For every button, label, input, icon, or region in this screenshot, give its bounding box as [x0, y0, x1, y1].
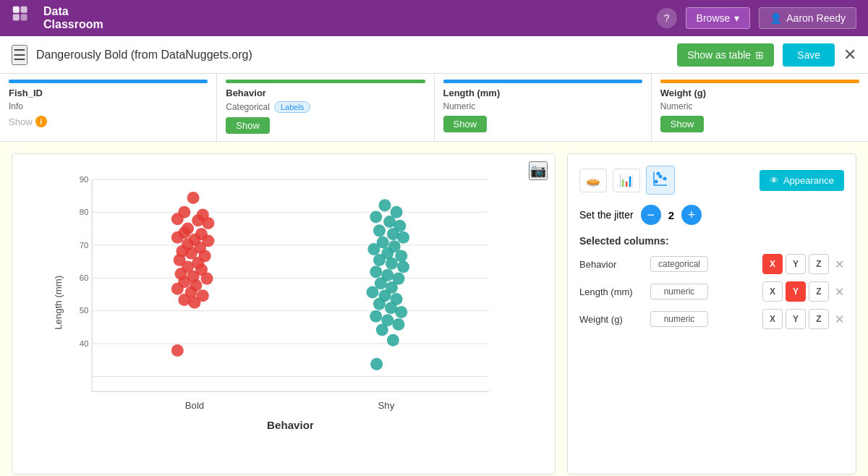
save-button[interactable]: Save [783, 43, 835, 67]
document-toolbar: ☰ Dangerously Bold (from DataNuggets.org… [0, 36, 868, 74]
svg-point-54 [379, 199, 391, 211]
jitter-decrease-button[interactable]: − [641, 205, 661, 225]
column-length: Length (mm) Numeric Show [435, 74, 652, 141]
jitter-value: 2 [668, 209, 674, 221]
svg-point-52 [188, 297, 200, 309]
svg-point-89 [663, 177, 667, 181]
svg-text:Shy: Shy [378, 400, 395, 411]
selected-col-weight-name: Weight (g) [579, 314, 644, 325]
svg-text:40: 40 [80, 339, 89, 348]
y-button-length[interactable]: Y [786, 281, 806, 302]
jitter-increase-button[interactable]: + [681, 205, 702, 225]
svg-point-68 [386, 258, 398, 270]
labels-badge: Labels [274, 101, 310, 113]
svg-point-84 [376, 324, 388, 336]
svg-point-45 [201, 273, 213, 285]
weight-show-button[interactable]: Show [660, 116, 705, 132]
z-button-behavior[interactable]: Z [809, 254, 829, 274]
chevron-down-icon: ▾ [734, 12, 739, 24]
user-icon: 👤 [770, 12, 782, 24]
svg-point-81 [370, 310, 382, 323]
col-name-fish-id: Fish_ID [9, 88, 208, 98]
svg-text:90: 90 [80, 175, 89, 184]
svg-point-70 [370, 265, 382, 278]
user-menu-button[interactable]: 👤 Aaron Reedy [759, 7, 856, 29]
show-as-table-button[interactable]: Show as table ⊞ [677, 43, 774, 67]
col-name-length: Length (mm) [443, 88, 642, 98]
svg-text:50: 50 [80, 306, 89, 315]
svg-point-53 [171, 344, 184, 357]
column-weight: Weight (g) Numeric Show [652, 74, 868, 141]
app-name-line1: Data [43, 5, 103, 18]
top-navigation: Data Classroom ? Browse ▾ 👤 Aaron Reedy [0, 0, 868, 36]
svg-point-67 [373, 254, 386, 266]
scatter-icon [652, 171, 668, 187]
scatter-chart-button[interactable] [646, 166, 675, 195]
behavior-show-button[interactable]: Show [226, 117, 270, 134]
x-button-behavior[interactable]: X [762, 254, 783, 274]
col-name-weight: Weight (g) [660, 88, 859, 98]
appearance-button[interactable]: 👁 Appearance [760, 170, 844, 191]
eye-icon: 👁 [770, 175, 779, 186]
z-button-length[interactable]: Z [809, 281, 829, 302]
col-show-disabled: Show i [9, 116, 208, 127]
svg-text:80: 80 [80, 208, 89, 216]
bar-chart-button[interactable]: 📊 [613, 169, 640, 192]
remove-behavior-button[interactable]: ✕ [835, 258, 844, 271]
svg-point-78 [373, 298, 386, 310]
column-behavior: Behavior Categorical Labels Show [217, 74, 434, 141]
svg-point-80 [395, 306, 407, 318]
svg-point-86 [370, 358, 383, 370]
selected-col-weight-type: numeric [650, 311, 708, 327]
y-button-weight[interactable]: Y [786, 309, 806, 329]
x-button-weight[interactable]: X [762, 309, 783, 329]
browse-button[interactable]: Browse ▾ [686, 7, 751, 29]
xyz-buttons-weight: X Y Z [762, 309, 829, 329]
svg-point-27 [202, 217, 214, 229]
svg-point-61 [397, 231, 409, 244]
scatter-chart: Length (mm) 90 80 70 60 50 40 Bold Shy [24, 166, 543, 433]
selected-columns-label: Selected columns: [579, 235, 844, 247]
camera-button[interactable]: 📷 [529, 161, 548, 180]
selected-col-length-name: Length (mm) [579, 286, 644, 297]
svg-point-69 [397, 261, 409, 273]
length-show-button[interactable]: Show [443, 116, 488, 132]
svg-text:Bold: Bold [185, 400, 205, 411]
svg-rect-2 [13, 14, 20, 21]
svg-point-83 [392, 318, 404, 331]
col-type-fish-id: Info [9, 101, 208, 111]
selected-col-behavior-name: Behavior [579, 259, 644, 270]
svg-point-87 [655, 180, 658, 184]
close-button[interactable]: ✕ [843, 46, 856, 64]
svg-point-64 [367, 243, 380, 255]
svg-point-56 [370, 211, 382, 223]
menu-button[interactable]: ☰ [12, 45, 27, 65]
selected-col-weight: Weight (g) numeric X Y Z ✕ [579, 309, 844, 329]
selected-col-behavior: Behavior categorical X Y Z ✕ [579, 254, 844, 274]
pie-chart-button[interactable]: 🥧 [579, 169, 607, 192]
y-button-behavior[interactable]: Y [786, 254, 806, 274]
svg-text:60: 60 [80, 273, 89, 282]
x-button-length[interactable]: X [762, 281, 783, 302]
selected-col-behavior-type: categorical [650, 256, 708, 272]
svg-point-88 [659, 175, 663, 179]
z-button-weight[interactable]: Z [809, 309, 829, 329]
svg-text:Behavior: Behavior [267, 419, 314, 431]
set-jitter-label: Set the jitter [579, 209, 634, 221]
selected-col-length: Length (mm) numeric X Y Z ✕ [579, 281, 844, 302]
col-header-bar [226, 80, 425, 83]
svg-point-22 [187, 192, 200, 204]
svg-point-31 [171, 231, 184, 244]
chart-type-row: 🥧 📊 👁 Appearance [579, 166, 844, 195]
remove-length-button[interactable]: ✕ [835, 285, 844, 299]
svg-point-59 [373, 224, 386, 237]
right-panel: 🥧 📊 👁 Appearance Set the jitter − [567, 153, 856, 475]
col-header-bar [660, 80, 859, 83]
svg-rect-1 [21, 7, 27, 13]
help-button[interactable]: ? [657, 8, 677, 28]
svg-text:70: 70 [80, 241, 89, 250]
app-logo: Data Classroom [12, 5, 103, 31]
chart-area: 📷 Length (mm) 90 80 70 60 50 40 [12, 153, 556, 475]
column-fish-id: Fish_ID Info Show i [0, 74, 217, 141]
remove-weight-button[interactable]: ✕ [835, 313, 844, 326]
